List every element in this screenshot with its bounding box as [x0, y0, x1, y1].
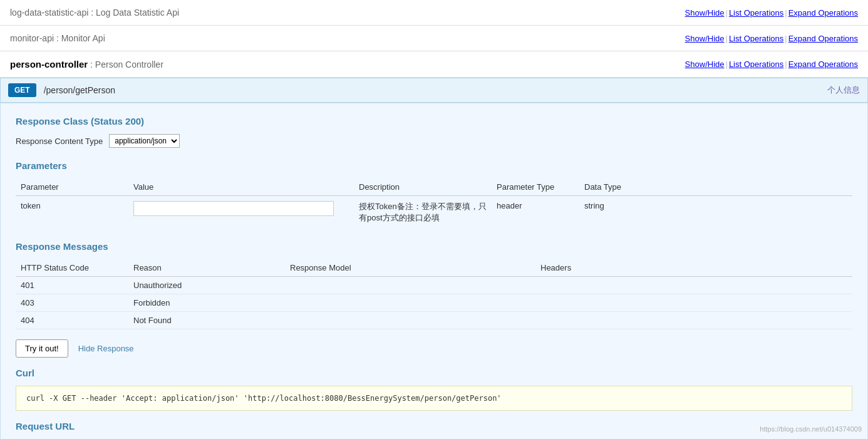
paramtype-col-header: Parameter Type [492, 178, 579, 196]
person-controller-show-hide[interactable]: Show/Hide [685, 59, 725, 69]
curl-section: Curl curl -X GET --header 'Accept: appli… [16, 368, 852, 411]
param-description: 授权Token备注：登录不需要填，只有post方式的接口必填 [354, 196, 492, 229]
log-data-expand-ops[interactable]: Expand Operations [788, 8, 858, 18]
reason-404: Not Found [128, 312, 285, 329]
table-row: 403 Forbidden [16, 294, 852, 312]
param-type: header [492, 196, 579, 229]
monitor-api-description: Monitor Api [61, 33, 105, 43]
response-model-header: Response Model [285, 259, 535, 277]
person-controller-section: person-controller : Person Controller Sh… [0, 51, 868, 78]
log-data-show-hide[interactable]: Show/Hide [685, 8, 725, 18]
parameters-heading: Parameters [16, 160, 852, 171]
curl-code: curl -X GET --header 'Accept: applicatio… [16, 386, 852, 411]
description-col-header: Description [354, 178, 492, 196]
watermark: https://blog.csdn.net/u014374009 [760, 425, 862, 433]
log-data-title: log-data-statistic-api : Log Data Statis… [10, 8, 179, 18]
person-controller-title: person-controller : Person Controller [10, 59, 163, 70]
response-messages-heading: Response Messages [16, 241, 852, 252]
param-value-input[interactable] [133, 201, 334, 216]
monitor-api-actions: Show/Hide | List Operations | Expand Ope… [685, 34, 858, 43]
value-col-header: Value [128, 178, 354, 196]
endpoint-path: /person/getPerson [44, 85, 827, 95]
person-controller-actions: Show/Hide | List Operations | Expand Ope… [685, 59, 858, 69]
endpoint-chinese-desc: 个人信息 [827, 85, 860, 96]
request-url-heading: Request URL [16, 421, 852, 431]
response-messages-table: HTTP Status Code Reason Response Model H… [16, 259, 852, 329]
log-data-section: log-data-statistic-api : Log Data Statis… [0, 0, 868, 26]
log-data-list-ops[interactable]: List Operations [729, 8, 783, 18]
log-data-actions: Show/Hide | List Operations | Expand Ope… [685, 8, 858, 18]
param-value-cell [128, 196, 354, 229]
person-controller-description: Person Controller [95, 59, 163, 70]
monitor-api-title: monitor-api : Monitor Api [10, 33, 105, 43]
request-url-section: Request URL [16, 421, 852, 431]
response-content-type-label: Response Content Type [16, 137, 103, 146]
response-class-heading: Response Class (Status 200) [16, 116, 852, 127]
table-row: token 授权Token备注：登录不需要填，只有post方式的接口必填 hea… [16, 196, 852, 229]
monitor-api-name: monitor-api [10, 33, 54, 43]
curl-heading: Curl [16, 368, 852, 378]
status-code-403: 403 [16, 294, 128, 312]
monitor-api-show-hide[interactable]: Show/Hide [685, 34, 725, 43]
try-it-out-button[interactable]: Try it out! [16, 339, 68, 358]
datatype-col-header: Data Type [579, 178, 852, 196]
reason-403: Forbidden [128, 294, 285, 312]
person-controller-name: person-controller [10, 59, 88, 70]
log-data-name: log-data-statistic-api [10, 8, 88, 18]
status-code-401: 401 [16, 277, 128, 294]
log-data-description: Log Data Statistic Api [96, 8, 179, 18]
parameters-table: Parameter Value Description Parameter Ty… [16, 178, 852, 229]
person-controller-expand-ops[interactable]: Expand Operations [788, 59, 858, 69]
table-row: 401 Unauthorized [16, 277, 852, 294]
monitor-api-expand-ops[interactable]: Expand Operations [788, 34, 858, 43]
hide-response-link[interactable]: Hide Response [78, 344, 134, 353]
content-area: Response Class (Status 200) Response Con… [0, 103, 868, 439]
person-controller-list-ops[interactable]: List Operations [729, 59, 783, 69]
action-row: Try it out! Hide Response [16, 339, 852, 358]
param-col-header: Parameter [16, 178, 128, 196]
reason-401: Unauthorized [128, 277, 285, 294]
monitor-api-list-ops[interactable]: List Operations [729, 34, 783, 43]
table-row: 404 Not Found [16, 312, 852, 329]
headers-header: Headers [535, 259, 852, 277]
status-code-404: 404 [16, 312, 128, 329]
endpoint-bar: GET /person/getPerson 个人信息 [0, 78, 868, 103]
response-content-type: Response Content Type application/json [16, 134, 852, 148]
reason-header: Reason [128, 259, 285, 277]
status-code-header: HTTP Status Code [16, 259, 128, 277]
monitor-api-section: monitor-api : Monitor Api Show/Hide | Li… [0, 26, 868, 51]
content-type-select[interactable]: application/json [109, 134, 180, 148]
param-name: token [16, 196, 128, 229]
method-badge[interactable]: GET [8, 83, 36, 97]
param-data-type: string [579, 196, 852, 229]
